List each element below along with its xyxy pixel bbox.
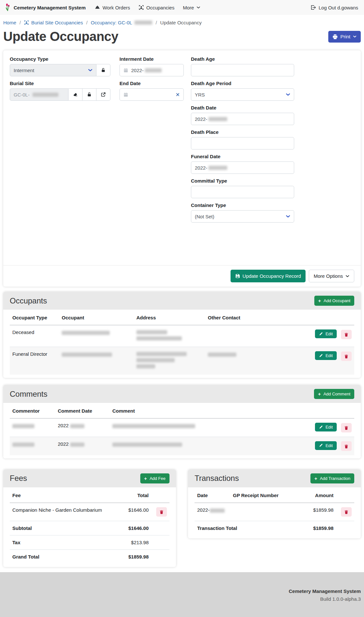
death-date-input[interactable]: 2022- <box>191 113 294 125</box>
print-button[interactable]: Print <box>328 31 361 43</box>
container-type-label: Container Type <box>191 202 294 208</box>
lock-occupancy-type-button[interactable] <box>96 64 110 76</box>
calendar-icon <box>123 92 128 97</box>
end-date-input[interactable]: ✕ <box>119 88 184 101</box>
delete-fee-button[interactable] <box>156 507 167 517</box>
funeral-date-input[interactable]: 2022- <box>191 161 294 174</box>
edit-occupant-button[interactable]: Edit <box>315 329 336 338</box>
breadcrumb: Home / Burial Site Occupancies / Occupan… <box>3 15 361 27</box>
more-options-button[interactable]: More Options <box>309 270 354 282</box>
commentor-cell <box>10 437 55 455</box>
form-footer: Update Occupancy Record More Options <box>3 265 361 287</box>
add-comment-button[interactable]: + Add Comment <box>314 389 354 399</box>
page-head: Update Occupancy Print <box>3 29 361 44</box>
transactions-header: Transactions + Add Transaction <box>188 469 361 487</box>
pencil-icon <box>319 443 323 447</box>
column-header-actions <box>276 404 354 418</box>
transaction-receipt-cell <box>230 503 302 521</box>
funeral-date-value: 2022- <box>195 165 207 171</box>
breadcrumb-separator: / <box>86 20 87 25</box>
trash-icon <box>344 354 348 359</box>
column-header: Total <box>120 488 151 503</box>
footer-app-name: Cemetery Management System <box>3 588 361 594</box>
form-column-1: Occupancy Type Interment <box>10 56 110 227</box>
add-transaction-button[interactable]: + Add Transaction <box>310 473 354 483</box>
pencil-icon <box>319 425 323 429</box>
delete-occupant-button[interactable] <box>341 330 352 339</box>
fee-name-cell: Companion Niche - Garden Columbarium <box>10 503 120 521</box>
breadcrumb-home[interactable]: Home <box>3 20 16 25</box>
column-header-actions <box>267 310 354 325</box>
redacted-text <box>136 352 187 356</box>
redacted-text <box>112 443 182 447</box>
occupancy-type-value: Interment <box>14 68 34 73</box>
logout-link[interactable]: Log Out d.gowans <box>311 5 358 10</box>
redacted-text <box>62 353 112 357</box>
comment-row: 2022 Edit <box>10 437 354 455</box>
delete-comment-button[interactable] <box>341 423 352 432</box>
redacted-text <box>208 353 236 357</box>
delete-transaction-button[interactable] <box>341 507 352 517</box>
burial-site-field: Burial Site GC-0L- <box>10 81 110 101</box>
death-age-period-select[interactable]: YRS <box>191 88 294 101</box>
lock-burial-site-button[interactable] <box>82 88 96 101</box>
delete-occupant-button[interactable] <box>341 352 352 361</box>
container-type-select[interactable]: (Not Set) <box>191 210 294 223</box>
transactions-table: Date GP Receipt Number Amount 2022- <box>195 488 354 535</box>
death-place-input[interactable] <box>191 137 294 149</box>
interment-date-input[interactable]: 2022- <box>119 64 184 76</box>
clear-end-date-icon[interactable]: ✕ <box>176 92 180 98</box>
add-occupant-button[interactable]: + Add Occupant <box>314 296 354 306</box>
burial-site-label: Burial Site <box>10 81 110 86</box>
nav-item-work-orders[interactable]: Work Orders <box>95 5 130 10</box>
printer-icon <box>333 34 338 39</box>
occupancy-type-select[interactable]: Interment <box>10 64 96 76</box>
clear-burial-site-button[interactable] <box>69 88 82 101</box>
brand[interactable]: Cemetery Management System <box>5 3 86 12</box>
container-type-value: (Not Set) <box>195 214 214 219</box>
delete-comment-button[interactable] <box>341 441 352 451</box>
column-header: Occupant Type <box>10 310 59 325</box>
redacted-text <box>208 117 227 121</box>
add-transaction-label: Add Transaction <box>320 476 350 481</box>
navbar: Cemetery Management System Work Orders <box>0 0 364 15</box>
burial-site-input[interactable]: GC-0L- <box>10 88 69 101</box>
edit-occupant-button[interactable]: Edit <box>315 351 336 360</box>
edit-comment-label: Edit <box>325 425 333 429</box>
nav-item-more[interactable]: More <box>183 5 200 10</box>
occupancy-form: Occupancy Type Interment <box>3 50 361 227</box>
container-type-field: Container Type (Not Set) <box>191 202 294 223</box>
fees-header: Fees + Add Fee <box>3 469 176 487</box>
pencil-icon <box>319 332 323 336</box>
breadcrumb-label: Burial Site Occupancies <box>31 20 83 25</box>
death-age-input[interactable] <box>191 64 294 76</box>
redacted-text <box>136 358 175 362</box>
breadcrumb-burial-site-occupancies[interactable]: Burial Site Occupancies <box>24 20 83 25</box>
death-age-period-value: YRS <box>195 92 205 97</box>
page: Cemetery Management System Work Orders <box>0 0 364 617</box>
column-header: Comment <box>110 404 276 418</box>
edit-comment-button[interactable]: Edit <box>315 441 336 450</box>
trash-icon <box>344 332 348 337</box>
occupant-row: Deceased <box>10 325 354 347</box>
summary-value: $1646.00 <box>120 521 151 535</box>
add-fee-button[interactable]: + Add Fee <box>140 473 169 483</box>
funeral-date-field: Funeral Date 2022- <box>191 154 294 174</box>
calendar-icon <box>123 68 128 73</box>
edit-comment-button[interactable]: Edit <box>315 423 336 431</box>
committal-type-label: Committal Type <box>191 178 294 184</box>
summary-spacer <box>151 550 169 564</box>
chevron-down-icon <box>88 68 93 72</box>
death-age-label: Death Age <box>191 56 294 62</box>
nav-item-occupancies[interactable]: Occupancies <box>139 5 175 10</box>
trash-icon <box>344 444 348 449</box>
interment-date-label: Interment Date <box>119 56 184 62</box>
update-occupancy-record-button[interactable]: Update Occupancy Record <box>231 270 306 282</box>
person-box-icon <box>24 20 29 25</box>
open-burial-site-button[interactable] <box>96 88 110 101</box>
bottom-row: Fees + Add Fee Fee Total <box>3 469 361 567</box>
breadcrumb-occupancy[interactable]: Occupancy: GC-0L <box>91 20 153 25</box>
committal-type-input[interactable] <box>191 186 294 198</box>
unlock-icon <box>101 68 106 73</box>
redacted-text <box>136 336 182 341</box>
